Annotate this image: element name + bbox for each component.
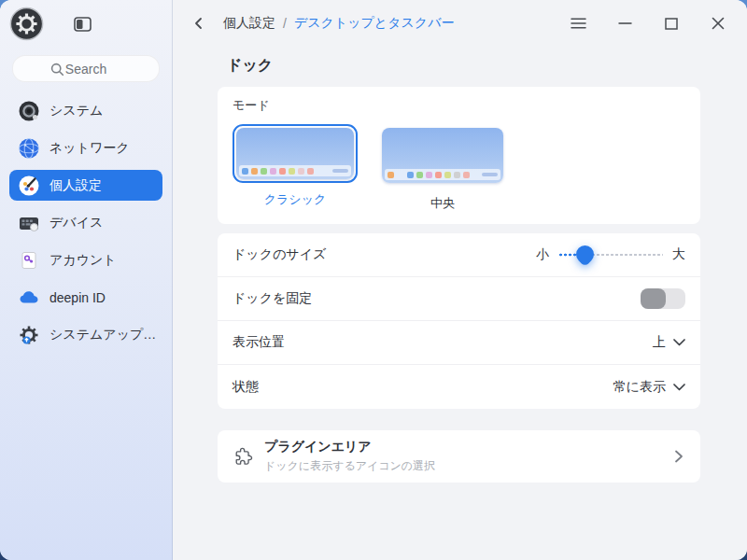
devices-icon <box>17 211 40 234</box>
accounts-icon <box>17 248 40 272</box>
sidebar-item-label: deepin ID <box>49 290 106 305</box>
main-panel: 個人設定 / デスクトップとタスクバー <box>173 0 747 560</box>
mode-option-classic[interactable]: クラシック <box>233 124 358 208</box>
position-label: 表示位置 <box>233 334 653 351</box>
breadcrumb: 個人設定 / デスクトップとタスクバー <box>223 15 455 32</box>
search-box[interactable] <box>12 55 160 82</box>
dock-size-track[interactable] <box>558 245 663 264</box>
mode-card: モード クラシック <box>218 87 700 224</box>
position-row: 表示位置 上 <box>218 321 700 365</box>
minimize-icon <box>618 21 632 25</box>
mode-option-label: 中央 <box>430 195 455 212</box>
plugin-area-subtitle: ドックに表示するアイコンの選択 <box>264 458 670 474</box>
slider-min-label: 小 <box>536 246 549 263</box>
status-row: 状態 常に表示 <box>218 365 700 409</box>
sidebar-toggle-icon[interactable] <box>70 12 94 36</box>
sidebar-item-system-update[interactable]: システムアップ… <box>9 319 162 350</box>
dock-fixed-row: ドックを固定 <box>218 277 700 321</box>
dock-fixed-label: ドックを固定 <box>233 290 641 307</box>
sidebar-item-deepin-id[interactable]: deepin ID <box>9 282 162 313</box>
menu-button[interactable] <box>562 7 594 39</box>
dock-size-label: ドックのサイズ <box>233 246 536 263</box>
dock-size-handle[interactable] <box>572 242 598 267</box>
app-logo-icon <box>9 7 44 41</box>
sidebar-header <box>0 0 172 47</box>
mode-options: クラシック 中央 <box>233 124 685 212</box>
mode-option-label: クラシック <box>264 191 327 208</box>
sidebar-item-label: 個人設定 <box>49 177 102 194</box>
update-icon <box>17 323 40 346</box>
sidebar-item-label: ネットワーク <box>49 140 130 157</box>
close-button[interactable] <box>702 7 734 39</box>
dock-fixed-toggle[interactable] <box>641 288 685 309</box>
breadcrumb-parent[interactable]: 個人設定 <box>223 15 275 32</box>
status-value: 常に表示 <box>613 379 666 396</box>
sidebar-item-personalization[interactable]: 個人設定 <box>9 170 162 201</box>
page-title: ドック <box>227 56 700 76</box>
plugin-area-card[interactable]: プラグインエリア ドックに表示するアイコンの選択 <box>218 430 700 483</box>
dock-preview-strip <box>385 169 500 180</box>
sidebar-item-devices[interactable]: デバイス <box>9 207 162 238</box>
back-button[interactable] <box>188 12 210 35</box>
maximize-button[interactable] <box>655 7 687 39</box>
dock-preview-strip <box>239 165 351 176</box>
cloud-icon <box>17 286 40 309</box>
dock-size-row: ドックのサイズ 小 大 <box>218 233 700 277</box>
slider-max-label: 大 <box>672 246 685 263</box>
chevron-down-icon <box>673 339 685 346</box>
sidebar-nav: システム ネットワーク <box>0 95 172 357</box>
close-icon <box>712 17 725 30</box>
chevron-right-icon <box>670 448 687 465</box>
sidebar-item-accounts[interactable]: アカウント <box>9 245 162 275</box>
sidebar-item-label: アカウント <box>49 252 117 269</box>
plugin-area-texts: プラグインエリア ドックに表示するアイコンの選択 <box>264 439 670 474</box>
search-input[interactable] <box>13 56 159 81</box>
position-select[interactable]: 上 <box>653 334 685 351</box>
search-icon <box>50 63 64 77</box>
puzzle-icon <box>233 446 253 467</box>
position-value: 上 <box>653 334 666 351</box>
plugin-area-title: プラグインエリア <box>264 439 670 455</box>
content-area: ドック モード クラシック <box>173 47 747 483</box>
sidebar-item-network[interactable]: ネットワーク <box>9 133 162 163</box>
toggle-knob <box>641 288 666 309</box>
mode-option-center[interactable]: 中央 <box>378 124 507 212</box>
title-bar: 個人設定 / デスクトップとタスクバー <box>173 0 747 47</box>
sidebar-item-label: システムアップ… <box>49 327 155 343</box>
sidebar-item-label: デバイス <box>49 215 103 231</box>
minimize-button[interactable] <box>609 7 641 39</box>
mode-section-label: モード <box>233 97 685 114</box>
breadcrumb-separator: / <box>283 16 287 31</box>
hamburger-icon <box>571 18 586 29</box>
sidebar-item-label: システム <box>49 103 103 119</box>
mode-preview-classic <box>233 124 358 183</box>
settings-window: システム ネットワーク <box>0 0 747 560</box>
network-icon <box>17 136 40 160</box>
status-select[interactable]: 常に表示 <box>613 379 685 396</box>
sidebar-item-system[interactable]: システム <box>9 95 162 126</box>
dock-settings-card: ドックのサイズ 小 大 ドックを固定 <box>218 233 700 409</box>
sidebar: システム ネットワーク <box>0 0 173 560</box>
breadcrumb-current[interactable]: デスクトップとタスクバー <box>294 15 455 32</box>
system-icon <box>17 99 40 122</box>
status-label: 状態 <box>233 379 613 396</box>
chevron-down-icon <box>673 384 685 391</box>
maximize-icon <box>665 18 678 30</box>
mode-preview-center <box>378 124 507 187</box>
personalization-icon <box>17 174 40 197</box>
